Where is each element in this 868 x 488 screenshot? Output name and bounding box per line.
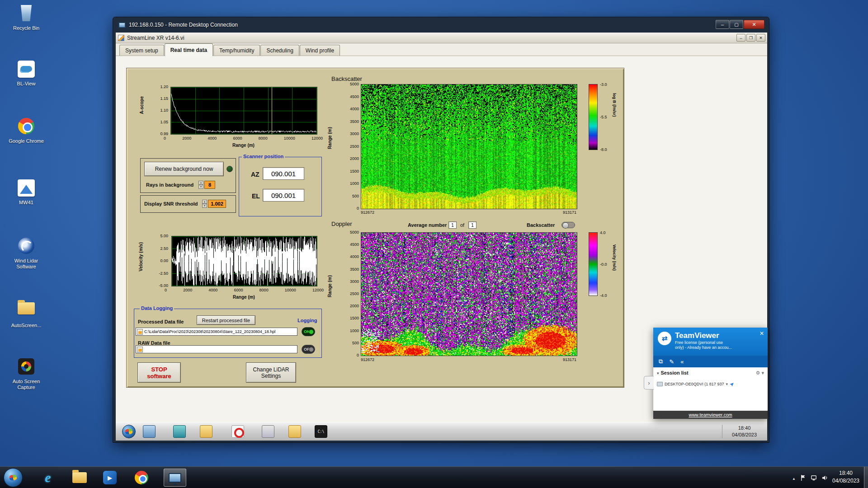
remote-taskbar-icon-folder2[interactable] <box>288 425 301 438</box>
app-minimize-button[interactable] <box>736 34 745 42</box>
taskbar-clock[interactable]: 18:40 04/08/2023 <box>829 469 863 485</box>
remote-taskbar-icon-folder[interactable] <box>200 425 212 438</box>
desktop-icon-autoscreen[interactable]: AutoScreen... <box>5 298 48 328</box>
desktop-icon-label: AutoScreen... <box>5 323 48 328</box>
snr-stepper[interactable]: ▲▼ <box>202 200 207 208</box>
tab-system-setup[interactable]: System setup <box>119 45 164 56</box>
app-close-button[interactable] <box>756 34 765 42</box>
start-button[interactable] <box>4 468 23 487</box>
tick-label: 4000 <box>208 288 217 292</box>
action-center-flag-icon[interactable] <box>800 474 807 481</box>
teamviewer-panel: TeamViewer Free license (personal use on… <box>653 328 768 419</box>
backscatter-colorbar <box>589 84 598 150</box>
doppler-xstart: 912672 <box>361 357 374 362</box>
remote-start-button[interactable] <box>122 425 136 438</box>
stop-software-button[interactable]: STOP software <box>137 362 181 383</box>
show-desktop-button[interactable] <box>864 467 868 488</box>
change-lidar-settings-button[interactable]: Change LiDAR Settings <box>246 362 296 383</box>
processed-path-field[interactable]: C:\Lidar\Data\Proc\2023\202308\20230804\… <box>136 328 297 336</box>
rays-value[interactable]: 8 <box>204 181 215 189</box>
backscatter-doppler-switch[interactable] <box>561 222 575 228</box>
velocity-xticks: 020004000600080001000012000 <box>165 288 324 292</box>
tray-expand-icon[interactable] <box>792 474 796 482</box>
maximize-button[interactable] <box>730 20 743 29</box>
doppler-colorbar <box>589 232 598 296</box>
taskbar-icon-rdp-active[interactable] <box>164 469 186 487</box>
desktop-icon-google-chrome[interactable]: Google Chrome <box>5 117 48 144</box>
tick-label: 0 <box>357 353 359 357</box>
snr-value[interactable]: 1.002 <box>208 200 226 208</box>
tick-label: 0.00 <box>160 258 168 263</box>
session-list-row[interactable]: Session list <box>653 367 768 378</box>
tick-label: 1000 <box>350 328 359 333</box>
tick-label: 1000 <box>350 181 359 186</box>
average-of-value[interactable]: 1 <box>468 221 476 229</box>
app-maximize-button[interactable] <box>746 34 755 42</box>
tick-label: 2.50 <box>160 246 168 251</box>
tab-wind-profile[interactable]: Wind profile <box>300 45 340 56</box>
tick-label: 500 <box>352 341 359 345</box>
average-number-value[interactable]: 1 <box>448 221 457 229</box>
remote-taskbar-icon-cmd[interactable]: C:\ <box>315 425 327 438</box>
el-value[interactable]: 090.001 <box>263 189 304 202</box>
teamviewer-close-icon[interactable] <box>760 330 764 337</box>
tick-label: 2000 <box>350 304 359 308</box>
folder-icon <box>17 302 36 321</box>
backscatter-toggle-label: Backscatter <box>527 222 555 228</box>
taskbar-icon-explorer[interactable] <box>71 470 88 485</box>
minimize-button[interactable] <box>716 20 729 29</box>
desktop-icon-recycle-bin[interactable]: Recycle Bin <box>5 4 48 31</box>
session-entry[interactable]: DESKTOP-OE0QDVI (1 817 937 <box>653 378 768 390</box>
app-icon <box>118 35 124 41</box>
tab-real-time-data[interactable]: Real time data <box>165 43 213 56</box>
path-browse-icon[interactable] <box>137 347 143 352</box>
annotate-icon[interactable] <box>669 358 674 365</box>
volume-icon[interactable] <box>821 474 828 481</box>
tick-label: -8.0 <box>600 147 607 152</box>
doppler-xend: 913171 <box>549 357 576 362</box>
rdp-titlebar[interactable]: 192.168.0.150 - Remote Desktop Connectio… <box>113 17 769 33</box>
path-browse-icon[interactable] <box>137 329 143 335</box>
remote-taskbar-icon-red-app[interactable] <box>231 425 244 438</box>
folder-icon <box>72 472 87 483</box>
ascope-yticks: 1.201.151.101.050.99 <box>150 84 168 136</box>
teamviewer-collapse-tab[interactable] <box>644 376 654 389</box>
tab-scheduling[interactable]: Scheduling <box>260 45 299 56</box>
rays-stepper[interactable]: ▲▼ <box>198 181 203 189</box>
tick-label: 1.20 <box>160 84 168 89</box>
app-titlebar[interactable]: StreamLine XR v14-6.vi <box>116 33 767 43</box>
renew-background-button[interactable]: Renew background now <box>144 162 224 176</box>
desktop-icon-auto-screen-capture[interactable]: Auto Screen Capture <box>5 357 48 390</box>
desktop-icon-mw41[interactable]: MW41 <box>5 178 48 206</box>
az-value[interactable]: 090.001 <box>263 167 304 180</box>
raw-logging-toggle[interactable]: OFF <box>302 345 315 354</box>
processed-logging-toggle[interactable]: ON <box>302 327 315 336</box>
restart-processed-file-button[interactable]: Restart processed file <box>197 315 255 325</box>
desktop-icon-bl-view[interactable]: BL-View <box>5 60 48 87</box>
taskbar-icon-internet-explorer[interactable] <box>40 470 56 485</box>
close-button[interactable] <box>744 20 764 29</box>
remote-taskbar-icon-window[interactable] <box>143 425 156 438</box>
teamviewer-website-link[interactable]: www.teamviewer.com <box>689 413 732 418</box>
remote-taskbar-icon-window2[interactable] <box>262 425 274 438</box>
taskbar-icon-media-player[interactable] <box>102 470 118 485</box>
taskbar-icon-chrome[interactable] <box>133 470 150 485</box>
tick-label: 4500 <box>350 242 359 247</box>
gear-icon[interactable] <box>756 370 764 376</box>
tick-label: 12000 <box>311 136 323 141</box>
collapse-icon[interactable] <box>680 358 684 365</box>
remote-clock[interactable]: 18:40 04/08/2023 <box>722 425 764 438</box>
teamviewer-license-line2: only) - Already have an accou... <box>675 345 763 350</box>
background-group: Renew background now Rays in background … <box>140 158 236 193</box>
raw-path-field[interactable] <box>136 345 297 353</box>
network-icon[interactable] <box>811 474 817 481</box>
velocity-yticks: 5.002.500.00-2.50-5.00 <box>149 234 168 288</box>
remote-taskbar-icon-app[interactable] <box>173 425 186 438</box>
desktop-icon-wind-lidar[interactable]: Wind Lidar Software <box>5 236 48 269</box>
tick-label: 8000 <box>259 136 268 141</box>
backscatter-ylabel: Range (m) <box>327 127 332 149</box>
tab-temp-humidity[interactable]: Temp/humidity <box>213 45 260 56</box>
clipboard-icon[interactable] <box>659 358 663 365</box>
session-dropdown-icon[interactable] <box>726 382 728 386</box>
internet-explorer-icon <box>45 470 51 485</box>
